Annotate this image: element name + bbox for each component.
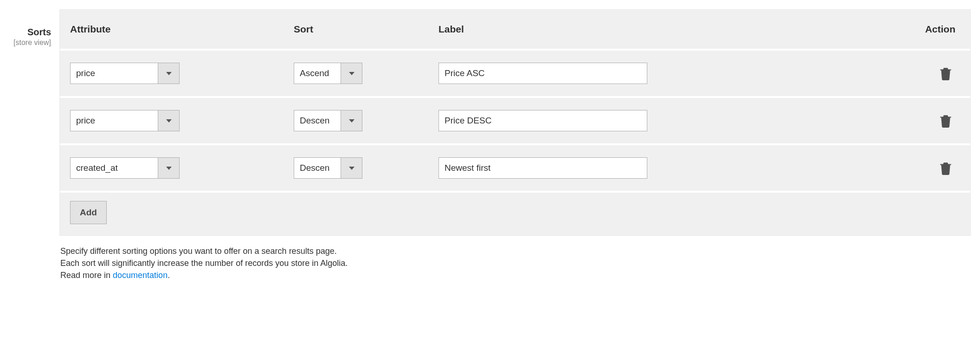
- documentation-link[interactable]: documentation: [113, 271, 168, 280]
- table-row: price Ascend: [60, 51, 970, 98]
- help-line: Each sort will significantly increase th…: [60, 257, 971, 269]
- delete-button[interactable]: [936, 112, 955, 129]
- attribute-select[interactable]: price: [70, 63, 180, 84]
- help-period: .: [168, 271, 170, 280]
- label-input[interactable]: [438, 110, 647, 131]
- select-value: price: [71, 110, 158, 131]
- select-value: Descen: [294, 110, 341, 131]
- chevron-down-icon: [158, 63, 179, 84]
- trash-icon: [940, 66, 952, 80]
- chevron-down-icon: [158, 158, 179, 178]
- header-label: Label: [438, 24, 667, 35]
- field-title: Sorts: [0, 27, 51, 38]
- add-button[interactable]: Add: [70, 201, 107, 224]
- sort-select[interactable]: Ascend: [294, 63, 362, 84]
- table-row: created_at Descen: [60, 145, 970, 193]
- header-action: Action: [667, 24, 960, 35]
- delete-button[interactable]: [936, 65, 955, 82]
- select-value: Ascend: [294, 63, 341, 84]
- sort-select[interactable]: Descen: [294, 110, 362, 131]
- trash-icon: [940, 114, 952, 128]
- chevron-down-icon: [341, 110, 362, 131]
- attribute-select[interactable]: created_at: [70, 157, 180, 179]
- field-label: Sorts [store view]: [0, 9, 59, 47]
- sorts-main: Attribute Sort Label Action price Ascend: [59, 9, 980, 281]
- sort-select[interactable]: Descen: [294, 157, 362, 179]
- help-line: Read more in documentation.: [60, 269, 971, 281]
- select-value: price: [71, 63, 158, 84]
- header-attribute: Attribute: [70, 24, 294, 35]
- chevron-down-icon: [158, 110, 179, 131]
- help-text: Specify different sorting options you wa…: [59, 236, 971, 281]
- attribute-select[interactable]: price: [70, 110, 180, 131]
- select-value: Descen: [294, 158, 341, 178]
- select-value: created_at: [71, 158, 158, 178]
- label-input[interactable]: [438, 63, 647, 84]
- label-input[interactable]: [438, 157, 647, 179]
- table-footer: Add: [60, 193, 970, 235]
- delete-button[interactable]: [936, 159, 955, 177]
- chevron-down-icon: [341, 63, 362, 84]
- chevron-down-icon: [341, 158, 362, 178]
- trash-icon: [940, 161, 952, 175]
- sorts-config-section: Sorts [store view] Attribute Sort Label …: [0, 9, 980, 281]
- table-row: price Descen: [60, 98, 970, 145]
- header-sort: Sort: [294, 24, 438, 35]
- help-line: Specify different sorting options you wa…: [60, 245, 971, 257]
- table-header: Attribute Sort Label Action: [60, 10, 970, 51]
- field-scope: [store view]: [0, 39, 51, 47]
- sorts-table: Attribute Sort Label Action price Ascend: [59, 9, 971, 236]
- help-prefix: Read more in: [60, 271, 113, 280]
